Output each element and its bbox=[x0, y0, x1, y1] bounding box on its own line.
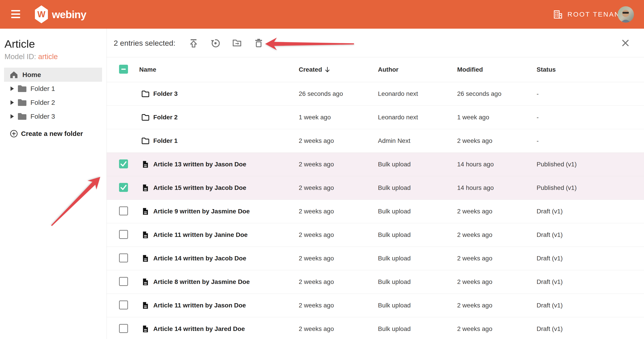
table-row[interactable]: Folder 3 26 seconds ago Leonardo next 26… bbox=[107, 82, 644, 106]
select-all-checkbox[interactable] bbox=[119, 65, 128, 74]
row-checkbox[interactable] bbox=[119, 230, 128, 239]
sort-desc-icon bbox=[325, 67, 330, 73]
model-id-label: Model ID: bbox=[4, 52, 36, 61]
entry-name[interactable]: Article 15 written by Jacob Doe bbox=[153, 184, 246, 191]
sidebar-item-label: Folder 1 bbox=[30, 85, 55, 93]
sidebar-item-label: Home bbox=[22, 71, 41, 79]
table-row[interactable]: Article 14 written by Jared Doe 2 weeks … bbox=[107, 317, 644, 339]
cell-status: - bbox=[536, 90, 622, 97]
selection-count: 2 entries selected: bbox=[114, 29, 176, 57]
cell-status: Draft (v1) bbox=[536, 278, 622, 285]
cell-author: Bulk upload bbox=[378, 302, 457, 309]
entry-name[interactable]: Folder 1 bbox=[153, 137, 178, 144]
column-header-author[interactable]: Author bbox=[378, 66, 457, 73]
sidebar-item-folder-2[interactable]: Folder 2 bbox=[0, 96, 106, 110]
cell-author: Bulk upload bbox=[378, 208, 457, 215]
create-folder-button[interactable]: Create a new folder bbox=[0, 130, 106, 138]
table-row[interactable]: Article 14 written by Jacob Doe 2 weeks … bbox=[107, 247, 644, 270]
cell-author: Leonardo next bbox=[378, 114, 457, 121]
table-row[interactable]: Folder 1 2 weeks ago Admin Next 2 weeks … bbox=[107, 129, 644, 153]
sidebar: Article Model ID: article Home Folder 1 … bbox=[0, 29, 107, 339]
folder-icon bbox=[18, 85, 27, 93]
close-icon[interactable] bbox=[620, 38, 630, 48]
row-checkbox[interactable] bbox=[119, 300, 128, 309]
entry-name[interactable]: Article 11 written by Janine Doe bbox=[153, 231, 248, 238]
row-checkbox[interactable] bbox=[119, 324, 128, 333]
row-checkbox-checked[interactable] bbox=[119, 159, 128, 168]
entry-name[interactable]: Article 8 written by Jasmine Doe bbox=[153, 278, 250, 285]
top-app-bar: W webiny ROOT TENANT bbox=[0, 0, 644, 29]
column-header-created[interactable]: Created bbox=[299, 66, 378, 73]
entry-name[interactable]: Article 11 written by Jason Doe bbox=[153, 302, 246, 309]
user-avatar[interactable] bbox=[618, 6, 634, 23]
entry-list-panel: 2 entries selected: bbox=[107, 29, 644, 339]
building-icon bbox=[553, 9, 563, 20]
model-id-value[interactable]: article bbox=[38, 52, 58, 61]
cell-modified: 2 weeks ago bbox=[457, 302, 536, 309]
cell-author: Bulk upload bbox=[378, 255, 457, 262]
move-to-folder-icon[interactable] bbox=[232, 38, 242, 48]
entry-name[interactable]: Folder 2 bbox=[153, 114, 178, 121]
cell-created: 2 weeks ago bbox=[299, 137, 378, 144]
chevron-right-icon[interactable] bbox=[10, 100, 14, 105]
folder-icon bbox=[141, 90, 150, 98]
table-row[interactable]: Article 11 written by Jason Doe 2 weeks … bbox=[107, 294, 644, 317]
folder-icon bbox=[141, 137, 150, 145]
entry-name[interactable]: Article 9 written by Jasmine Doe bbox=[153, 208, 250, 215]
cell-modified: 26 seconds ago bbox=[457, 90, 536, 97]
cell-created: 2 weeks ago bbox=[299, 231, 378, 238]
restore-icon[interactable] bbox=[210, 38, 220, 48]
cell-modified: 2 weeks ago bbox=[457, 325, 536, 332]
hamburger-menu-icon[interactable] bbox=[11, 10, 20, 19]
document-icon bbox=[141, 325, 150, 333]
chevron-right-icon[interactable] bbox=[10, 86, 14, 91]
entry-name[interactable]: Article 14 written by Jared Doe bbox=[153, 325, 245, 332]
page-title: Article bbox=[4, 38, 106, 50]
webiny-logo-icon[interactable]: W bbox=[35, 5, 48, 24]
cell-modified: 1 week ago bbox=[457, 114, 536, 121]
table-row[interactable]: Folder 2 1 week ago Leonardo next 1 week… bbox=[107, 106, 644, 129]
cell-modified: 14 hours ago bbox=[457, 161, 536, 168]
table-header: Name Created Author Modified Status bbox=[107, 57, 644, 82]
sidebar-item-folder-3[interactable]: Folder 3 bbox=[0, 110, 106, 123]
delete-icon[interactable] bbox=[254, 38, 264, 48]
table-row[interactable]: Article 11 written by Janine Doe 2 weeks… bbox=[107, 223, 644, 247]
row-checkbox[interactable] bbox=[119, 277, 128, 286]
row-checkbox-checked[interactable] bbox=[119, 183, 128, 192]
create-folder-label: Create a new folder bbox=[21, 130, 83, 138]
entry-name[interactable]: Folder 3 bbox=[153, 90, 178, 97]
table-row[interactable]: Article 9 written by Jasmine Doe 2 weeks… bbox=[107, 200, 644, 223]
chevron-right-icon[interactable] bbox=[10, 114, 14, 119]
cell-author: Bulk upload bbox=[378, 184, 457, 191]
document-icon bbox=[141, 278, 150, 286]
entry-name[interactable]: Article 14 written by Jacob Doe bbox=[153, 255, 246, 262]
cell-status: Draft (v1) bbox=[536, 302, 622, 309]
sidebar-item-label: Folder 2 bbox=[30, 99, 55, 106]
cell-modified: 2 weeks ago bbox=[457, 278, 536, 285]
cell-created: 2 weeks ago bbox=[299, 325, 378, 332]
svg-text:W: W bbox=[37, 10, 46, 19]
sidebar-item-folder-1[interactable]: Folder 1 bbox=[0, 82, 106, 96]
column-header-name[interactable]: Name bbox=[139, 66, 299, 73]
cell-created: 2 weeks ago bbox=[299, 302, 378, 309]
table-row[interactable]: Article 13 written by Jason Doe 2 weeks … bbox=[107, 153, 644, 176]
tenant-selector[interactable]: ROOT TENANT bbox=[553, 0, 625, 29]
folder-icon bbox=[18, 113, 27, 120]
entry-name[interactable]: Article 13 written by Jason Doe bbox=[153, 161, 246, 168]
cell-status: Published (v1) bbox=[536, 161, 622, 168]
table-row[interactable]: Article 8 written by Jasmine Doe 2 weeks… bbox=[107, 270, 644, 294]
table-row[interactable]: Article 15 written by Jacob Doe 2 weeks … bbox=[107, 176, 644, 200]
cell-author: Bulk upload bbox=[378, 161, 457, 168]
cell-created: 2 weeks ago bbox=[299, 161, 378, 168]
column-header-modified[interactable]: Modified bbox=[457, 66, 536, 73]
tenant-name: ROOT TENANT bbox=[568, 11, 625, 18]
cell-status: Draft (v1) bbox=[536, 325, 622, 332]
row-checkbox[interactable] bbox=[119, 253, 128, 262]
sidebar-item-home[interactable]: Home bbox=[4, 68, 102, 82]
cell-status: Draft (v1) bbox=[536, 255, 622, 262]
publish-icon[interactable] bbox=[189, 38, 198, 48]
cell-status: Draft (v1) bbox=[536, 231, 622, 238]
document-icon bbox=[141, 231, 150, 239]
column-header-status[interactable]: Status bbox=[536, 66, 622, 73]
row-checkbox[interactable] bbox=[119, 206, 128, 215]
